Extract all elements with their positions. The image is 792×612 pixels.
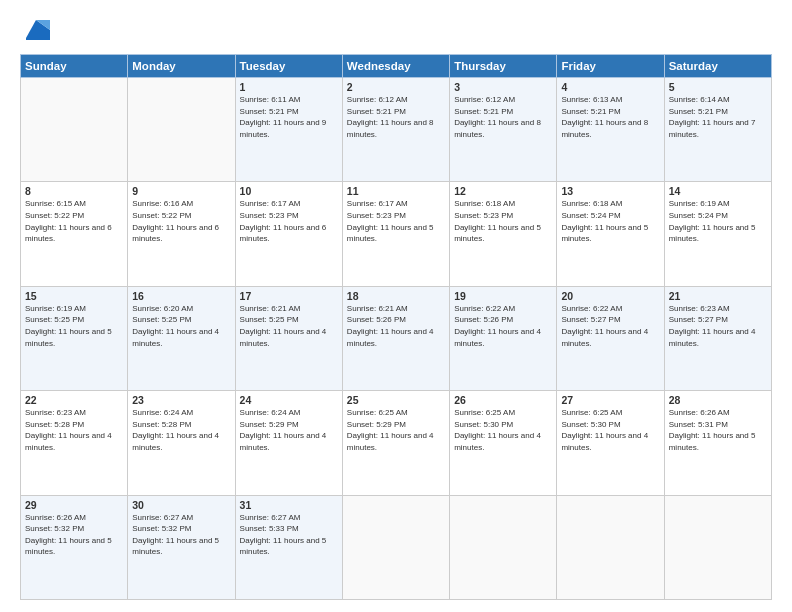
day-info: Sunrise: 6:11 AMSunset: 5:21 PMDaylight:… [240,95,327,139]
day-info: Sunrise: 6:27 AMSunset: 5:33 PMDaylight:… [240,513,327,557]
day-number: 29 [25,499,123,511]
day-info: Sunrise: 6:23 AMSunset: 5:28 PMDaylight:… [25,408,112,452]
day-header-monday: Monday [128,55,235,78]
day-number: 22 [25,394,123,406]
day-info: Sunrise: 6:26 AMSunset: 5:32 PMDaylight:… [25,513,112,557]
calendar-cell: 23 Sunrise: 6:24 AMSunset: 5:28 PMDaylig… [128,391,235,495]
day-info: Sunrise: 6:25 AMSunset: 5:29 PMDaylight:… [347,408,434,452]
day-number: 26 [454,394,552,406]
day-info: Sunrise: 6:18 AMSunset: 5:24 PMDaylight:… [561,199,648,243]
calendar-cell: 24 Sunrise: 6:24 AMSunset: 5:29 PMDaylig… [235,391,342,495]
day-header-wednesday: Wednesday [342,55,449,78]
calendar-cell: 8 Sunrise: 6:15 AMSunset: 5:22 PMDayligh… [21,182,128,286]
day-info: Sunrise: 6:15 AMSunset: 5:22 PMDaylight:… [25,199,112,243]
calendar-cell: 25 Sunrise: 6:25 AMSunset: 5:29 PMDaylig… [342,391,449,495]
day-number: 2 [347,81,445,93]
calendar-cell: 15 Sunrise: 6:19 AMSunset: 5:25 PMDaylig… [21,286,128,390]
day-number: 14 [669,185,767,197]
calendar-cell: 16 Sunrise: 6:20 AMSunset: 5:25 PMDaylig… [128,286,235,390]
day-number: 15 [25,290,123,302]
calendar-cell: 10 Sunrise: 6:17 AMSunset: 5:23 PMDaylig… [235,182,342,286]
day-number: 20 [561,290,659,302]
day-number: 12 [454,185,552,197]
day-number: 28 [669,394,767,406]
day-number: 11 [347,185,445,197]
calendar-cell: 21 Sunrise: 6:23 AMSunset: 5:27 PMDaylig… [664,286,771,390]
calendar-header-row: SundayMondayTuesdayWednesdayThursdayFrid… [21,55,772,78]
day-number: 24 [240,394,338,406]
day-number: 13 [561,185,659,197]
day-info: Sunrise: 6:19 AMSunset: 5:24 PMDaylight:… [669,199,756,243]
calendar-cell: 3 Sunrise: 6:12 AMSunset: 5:21 PMDayligh… [450,78,557,182]
day-info: Sunrise: 6:23 AMSunset: 5:27 PMDaylight:… [669,304,756,348]
day-info: Sunrise: 6:27 AMSunset: 5:32 PMDaylight:… [132,513,219,557]
day-info: Sunrise: 6:19 AMSunset: 5:25 PMDaylight:… [25,304,112,348]
day-header-friday: Friday [557,55,664,78]
day-info: Sunrise: 6:21 AMSunset: 5:25 PMDaylight:… [240,304,327,348]
page: SundayMondayTuesdayWednesdayThursdayFrid… [0,0,792,612]
day-number: 17 [240,290,338,302]
day-info: Sunrise: 6:18 AMSunset: 5:23 PMDaylight:… [454,199,541,243]
day-number: 16 [132,290,230,302]
day-number: 18 [347,290,445,302]
calendar-cell: 22 Sunrise: 6:23 AMSunset: 5:28 PMDaylig… [21,391,128,495]
day-info: Sunrise: 6:17 AMSunset: 5:23 PMDaylight:… [347,199,434,243]
day-header-tuesday: Tuesday [235,55,342,78]
day-info: Sunrise: 6:20 AMSunset: 5:25 PMDaylight:… [132,304,219,348]
day-number: 3 [454,81,552,93]
calendar-cell: 18 Sunrise: 6:21 AMSunset: 5:26 PMDaylig… [342,286,449,390]
day-info: Sunrise: 6:12 AMSunset: 5:21 PMDaylight:… [347,95,434,139]
day-header-sunday: Sunday [21,55,128,78]
calendar-week-3: 15 Sunrise: 6:19 AMSunset: 5:25 PMDaylig… [21,286,772,390]
header [20,16,772,44]
day-number: 19 [454,290,552,302]
day-info: Sunrise: 6:25 AMSunset: 5:30 PMDaylight:… [454,408,541,452]
day-number: 1 [240,81,338,93]
calendar-cell: 20 Sunrise: 6:22 AMSunset: 5:27 PMDaylig… [557,286,664,390]
calendar-cell: 17 Sunrise: 6:21 AMSunset: 5:25 PMDaylig… [235,286,342,390]
calendar-cell: 29 Sunrise: 6:26 AMSunset: 5:32 PMDaylig… [21,495,128,599]
calendar-cell [342,495,449,599]
day-number: 23 [132,394,230,406]
calendar-cell: 13 Sunrise: 6:18 AMSunset: 5:24 PMDaylig… [557,182,664,286]
day-number: 21 [669,290,767,302]
day-info: Sunrise: 6:24 AMSunset: 5:29 PMDaylight:… [240,408,327,452]
calendar-cell [128,78,235,182]
calendar-cell: 30 Sunrise: 6:27 AMSunset: 5:32 PMDaylig… [128,495,235,599]
day-number: 4 [561,81,659,93]
calendar-cell [557,495,664,599]
day-number: 25 [347,394,445,406]
calendar-cell: 31 Sunrise: 6:27 AMSunset: 5:33 PMDaylig… [235,495,342,599]
calendar-cell [21,78,128,182]
day-number: 8 [25,185,123,197]
day-number: 27 [561,394,659,406]
day-info: Sunrise: 6:21 AMSunset: 5:26 PMDaylight:… [347,304,434,348]
logo [20,16,50,44]
day-number: 31 [240,499,338,511]
day-info: Sunrise: 6:12 AMSunset: 5:21 PMDaylight:… [454,95,541,139]
calendar-cell: 4 Sunrise: 6:13 AMSunset: 5:21 PMDayligh… [557,78,664,182]
calendar-cell [664,495,771,599]
day-header-thursday: Thursday [450,55,557,78]
day-info: Sunrise: 6:13 AMSunset: 5:21 PMDaylight:… [561,95,648,139]
calendar-table: SundayMondayTuesdayWednesdayThursdayFrid… [20,54,772,600]
day-info: Sunrise: 6:14 AMSunset: 5:21 PMDaylight:… [669,95,756,139]
day-header-saturday: Saturday [664,55,771,78]
calendar-cell [450,495,557,599]
day-info: Sunrise: 6:17 AMSunset: 5:23 PMDaylight:… [240,199,327,243]
calendar-week-5: 29 Sunrise: 6:26 AMSunset: 5:32 PMDaylig… [21,495,772,599]
calendar-cell: 9 Sunrise: 6:16 AMSunset: 5:22 PMDayligh… [128,182,235,286]
logo-icon [22,16,50,44]
day-info: Sunrise: 6:24 AMSunset: 5:28 PMDaylight:… [132,408,219,452]
day-info: Sunrise: 6:22 AMSunset: 5:27 PMDaylight:… [561,304,648,348]
calendar-cell: 27 Sunrise: 6:25 AMSunset: 5:30 PMDaylig… [557,391,664,495]
day-number: 30 [132,499,230,511]
calendar-cell: 26 Sunrise: 6:25 AMSunset: 5:30 PMDaylig… [450,391,557,495]
day-info: Sunrise: 6:22 AMSunset: 5:26 PMDaylight:… [454,304,541,348]
calendar-week-1: 1 Sunrise: 6:11 AMSunset: 5:21 PMDayligh… [21,78,772,182]
calendar-week-4: 22 Sunrise: 6:23 AMSunset: 5:28 PMDaylig… [21,391,772,495]
day-info: Sunrise: 6:26 AMSunset: 5:31 PMDaylight:… [669,408,756,452]
day-number: 9 [132,185,230,197]
day-number: 5 [669,81,767,93]
day-info: Sunrise: 6:25 AMSunset: 5:30 PMDaylight:… [561,408,648,452]
